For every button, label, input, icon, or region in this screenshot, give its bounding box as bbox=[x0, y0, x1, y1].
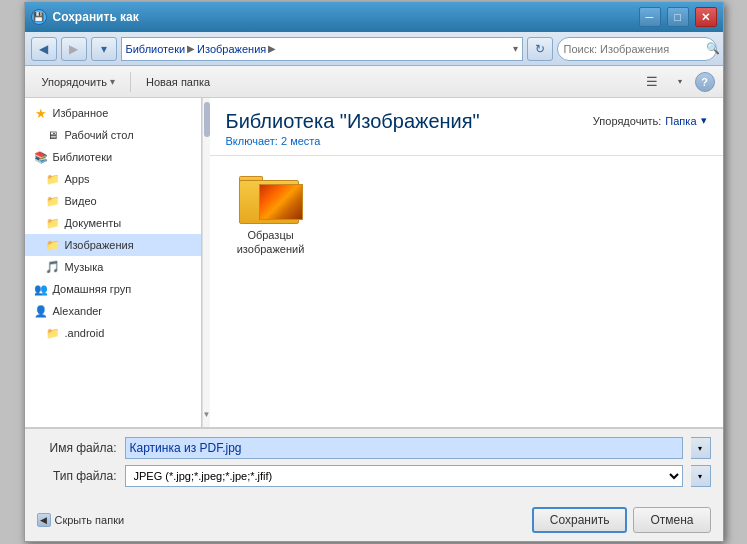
apps-folder-icon: 📁 bbox=[45, 171, 61, 187]
dialog-buttons: Сохранить Отмена bbox=[532, 507, 711, 533]
view-arrow-button[interactable]: ▾ bbox=[667, 69, 693, 95]
sidebar-item-android[interactable]: 📁 .android bbox=[25, 322, 201, 344]
filename-label: Имя файла: bbox=[37, 441, 117, 455]
sidebar-item-music[interactable]: 🎵 Музыка bbox=[25, 256, 201, 278]
new-folder-button[interactable]: Новая папка bbox=[137, 69, 219, 95]
minimize-button[interactable]: ─ bbox=[639, 7, 661, 27]
library-header: Библиотека "Изображения" Включает: 2 мес… bbox=[210, 98, 723, 156]
sidebar-item-homegroup[interactable]: 👥 Домашняя груп bbox=[25, 278, 201, 300]
star-icon: ★ bbox=[33, 105, 49, 121]
search-icon[interactable]: 🔍 bbox=[706, 42, 720, 55]
back-button[interactable]: ◀ bbox=[31, 37, 57, 61]
organize-label: Упорядочить bbox=[42, 76, 107, 88]
sidebar-item-images[interactable]: 📁 Изображения bbox=[25, 234, 201, 256]
hide-folders-label: Скрыть папки bbox=[55, 514, 125, 526]
organize-button[interactable]: Упорядочить ▾ bbox=[33, 69, 124, 95]
save-dialog: 💾 Сохранить как ─ □ ✕ ◀ ▶ ▾ Библиотеки ▶… bbox=[24, 2, 724, 542]
sidebar-item-apps[interactable]: 📁 Apps bbox=[25, 168, 201, 190]
bottom-form: Имя файла: ▾ Тип файла: JPEG (*.jpg;*.jp… bbox=[25, 428, 723, 501]
alexander-label: Alexander bbox=[53, 305, 193, 317]
forward-button[interactable]: ▶ bbox=[61, 37, 87, 61]
window-title: Сохранить как bbox=[53, 10, 633, 24]
sidebar-scrollbar[interactable]: ▼ bbox=[202, 98, 210, 427]
main-content: ★ Избранное 🖥 Рабочий стол 📚 Библиотеки … bbox=[25, 98, 723, 428]
organize-arrow: ▾ bbox=[110, 76, 115, 87]
window-icon: 💾 bbox=[31, 9, 47, 25]
cancel-button[interactable]: Отмена bbox=[633, 507, 710, 533]
desktop-label: Рабочий стол bbox=[65, 129, 193, 141]
new-folder-label: Новая папка bbox=[146, 76, 210, 88]
desktop-icon: 🖥 bbox=[45, 127, 61, 143]
images-folder-icon: 📁 bbox=[45, 237, 61, 253]
user-icon: 👤 bbox=[33, 303, 49, 319]
toolbar-separator bbox=[130, 72, 131, 92]
filename-dropdown-arrow[interactable]: ▾ bbox=[691, 437, 711, 459]
arrange-label: Упорядочить: bbox=[593, 115, 662, 127]
hide-folders-button[interactable]: ◀ Скрыть папки bbox=[37, 513, 125, 527]
address-dropdown-arrow[interactable]: ▾ bbox=[513, 43, 518, 54]
filename-input[interactable] bbox=[125, 437, 683, 459]
music-label: Музыка bbox=[65, 261, 193, 273]
android-label: .android bbox=[65, 327, 193, 339]
breadcrumb-libraries[interactable]: Библиотеки bbox=[126, 43, 186, 55]
address-bar: Библиотеки ▶ Изображения ▶ ▾ bbox=[121, 37, 523, 61]
folder-thumbnail bbox=[259, 184, 303, 220]
arrange-arrow[interactable]: ▾ bbox=[701, 114, 707, 127]
breadcrumb-separator-1: ▶ bbox=[187, 43, 195, 54]
apps-label: Apps bbox=[65, 173, 193, 185]
favorites-label: Избранное bbox=[53, 107, 193, 119]
file-list: Образцыизображений bbox=[210, 156, 723, 273]
file-area: Библиотека "Изображения" Включает: 2 мес… bbox=[210, 98, 723, 427]
filetype-dropdown-arrow[interactable]: ▾ bbox=[691, 465, 711, 487]
images-label: Изображения bbox=[65, 239, 193, 251]
toolbar: Упорядочить ▾ Новая папка ☰ ▾ ? bbox=[25, 66, 723, 98]
breadcrumb-separator-2: ▶ bbox=[268, 43, 276, 54]
breadcrumb-images[interactable]: Изображения bbox=[197, 43, 266, 55]
scroll-down-arrow[interactable]: ▼ bbox=[203, 410, 211, 419]
save-button[interactable]: Сохранить bbox=[532, 507, 628, 533]
view-button[interactable]: ☰ bbox=[639, 69, 665, 95]
video-label: Видео bbox=[65, 195, 193, 207]
sidebar: ★ Избранное 🖥 Рабочий стол 📚 Библиотеки … bbox=[25, 98, 202, 427]
folder-icon bbox=[239, 172, 303, 224]
library-icon: 📚 bbox=[33, 149, 49, 165]
arrange-control: Упорядочить: Папка ▾ bbox=[593, 114, 707, 127]
sidebar-item-libraries[interactable]: 📚 Библиотеки bbox=[25, 146, 201, 168]
refresh-button[interactable]: ↻ bbox=[527, 37, 553, 61]
filetype-select[interactable]: JPEG (*.jpg;*.jpeg;*.jpe;*.jfif) bbox=[125, 465, 683, 487]
favorites-section: ★ Избранное 🖥 Рабочий стол 📚 Библиотеки … bbox=[25, 102, 201, 344]
hide-folders-icon: ◀ bbox=[37, 513, 51, 527]
breadcrumb: Библиотеки ▶ Изображения ▶ bbox=[126, 43, 277, 55]
recent-button[interactable]: ▾ bbox=[91, 37, 117, 61]
music-icon: 🎵 bbox=[45, 259, 61, 275]
libraries-label: Библиотеки bbox=[53, 151, 193, 163]
search-box: 🔍 bbox=[557, 37, 717, 61]
homegroup-icon: 👥 bbox=[33, 281, 49, 297]
file-name: Образцыизображений bbox=[237, 228, 305, 257]
documents-label: Документы bbox=[65, 217, 193, 229]
library-info: Библиотека "Изображения" Включает: 2 мес… bbox=[226, 110, 480, 147]
homegroup-label: Домашняя груп bbox=[53, 283, 193, 295]
sidebar-item-favorites[interactable]: ★ Избранное bbox=[25, 102, 201, 124]
help-button[interactable]: ? bbox=[695, 72, 715, 92]
scrollbar-thumb bbox=[204, 102, 210, 137]
filename-row: Имя файла: ▾ bbox=[37, 437, 711, 459]
sidebar-item-alexander[interactable]: 👤 Alexander bbox=[25, 300, 201, 322]
list-item[interactable]: Образцыизображений bbox=[226, 168, 316, 261]
folder-image-content bbox=[260, 185, 302, 219]
close-button[interactable]: ✕ bbox=[695, 7, 717, 27]
maximize-button[interactable]: □ bbox=[667, 7, 689, 27]
sidebar-item-video[interactable]: 📁 Видео bbox=[25, 190, 201, 212]
filetype-row: Тип файла: JPEG (*.jpg;*.jpeg;*.jpe;*.jf… bbox=[37, 465, 711, 487]
search-input[interactable] bbox=[564, 43, 702, 55]
sidebar-item-documents[interactable]: 📁 Документы bbox=[25, 212, 201, 234]
arrange-link[interactable]: Папка bbox=[665, 115, 696, 127]
filetype-label: Тип файла: bbox=[37, 469, 117, 483]
action-buttons-bar: ◀ Скрыть папки Сохранить Отмена bbox=[25, 501, 723, 541]
android-folder-icon: 📁 bbox=[45, 325, 61, 341]
video-icon: 📁 bbox=[45, 193, 61, 209]
library-subtitle[interactable]: Включает: 2 места bbox=[226, 135, 480, 147]
navigation-bar: ◀ ▶ ▾ Библиотеки ▶ Изображения ▶ ▾ ↻ 🔍 bbox=[25, 32, 723, 66]
library-title: Библиотека "Изображения" bbox=[226, 110, 480, 133]
sidebar-item-desktop[interactable]: 🖥 Рабочий стол bbox=[25, 124, 201, 146]
